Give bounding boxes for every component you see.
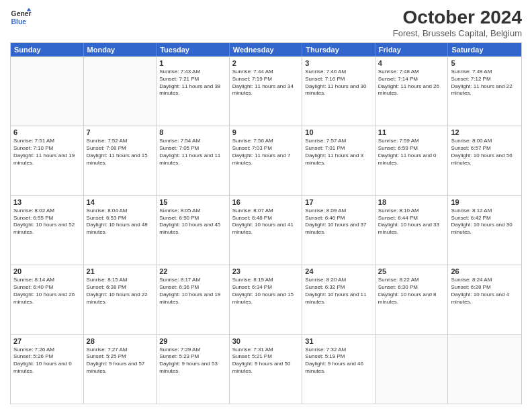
- day-header-monday: Monday: [84, 43, 157, 56]
- cal-cell-26: 26Sunrise: 8:24 AM Sunset: 6:28 PM Dayli…: [448, 265, 521, 334]
- cell-detail: Sunrise: 8:20 AM Sunset: 6:32 PM Dayligh…: [305, 277, 372, 306]
- cal-cell-10: 10Sunrise: 7:57 AM Sunset: 7:01 PM Dayli…: [302, 126, 375, 195]
- cal-cell-28: 28Sunrise: 7:27 AM Sunset: 5:25 PM Dayli…: [84, 335, 157, 404]
- day-number: 12: [451, 128, 519, 136]
- cal-cell-27: 27Sunrise: 7:26 AM Sunset: 5:26 PM Dayli…: [11, 335, 84, 404]
- cal-cell-9: 9Sunrise: 7:56 AM Sunset: 7:03 PM Daylig…: [230, 126, 303, 195]
- logo: General Blue: [10, 7, 32, 28]
- day-number: 25: [378, 267, 445, 275]
- day-number: 26: [451, 267, 519, 275]
- cal-cell-2: 2Sunrise: 7:44 AM Sunset: 7:19 PM Daylig…: [230, 57, 303, 126]
- day-number: 14: [87, 198, 154, 206]
- page: General Blue October 2024 Forest, Brusse…: [0, 0, 532, 411]
- cal-cell-1: 1Sunrise: 7:43 AM Sunset: 7:21 PM Daylig…: [157, 57, 230, 126]
- cal-cell-18: 18Sunrise: 8:10 AM Sunset: 6:44 PM Dayli…: [375, 196, 449, 265]
- day-number: 4: [378, 59, 445, 67]
- day-number: 6: [13, 128, 81, 136]
- cell-detail: Sunrise: 7:57 AM Sunset: 7:01 PM Dayligh…: [305, 138, 372, 167]
- cal-cell-5: 5Sunrise: 7:49 AM Sunset: 7:12 PM Daylig…: [448, 57, 521, 126]
- cell-detail: Sunrise: 8:04 AM Sunset: 6:53 PM Dayligh…: [87, 208, 154, 236]
- cal-cell-16: 16Sunrise: 8:07 AM Sunset: 6:48 PM Dayli…: [230, 196, 303, 265]
- header: General Blue October 2024 Forest, Brusse…: [10, 7, 522, 38]
- cell-detail: Sunrise: 8:02 AM Sunset: 6:55 PM Dayligh…: [13, 208, 81, 236]
- cell-detail: Sunrise: 7:32 AM Sunset: 5:19 PM Dayligh…: [305, 347, 372, 375]
- day-number: 2: [232, 59, 300, 67]
- cell-detail: Sunrise: 7:54 AM Sunset: 7:05 PM Dayligh…: [159, 138, 226, 167]
- cal-cell-19: 19Sunrise: 8:12 AM Sunset: 6:42 PM Dayli…: [448, 196, 521, 265]
- cal-cell-empty: [11, 57, 84, 126]
- cell-detail: Sunrise: 7:56 AM Sunset: 7:03 PM Dayligh…: [232, 138, 300, 167]
- cell-detail: Sunrise: 8:09 AM Sunset: 6:46 PM Dayligh…: [305, 208, 372, 236]
- cell-detail: Sunrise: 8:05 AM Sunset: 6:50 PM Dayligh…: [159, 208, 226, 236]
- day-header-wednesday: Wednesday: [230, 43, 303, 56]
- month-title: October 2024: [393, 7, 522, 28]
- cal-cell-6: 6Sunrise: 7:51 AM Sunset: 7:10 PM Daylig…: [11, 126, 84, 195]
- day-header-saturday: Saturday: [448, 43, 521, 56]
- cal-cell-7: 7Sunrise: 7:52 AM Sunset: 7:08 PM Daylig…: [84, 126, 157, 195]
- cell-detail: Sunrise: 8:19 AM Sunset: 6:34 PM Dayligh…: [232, 277, 300, 306]
- cal-cell-4: 4Sunrise: 7:48 AM Sunset: 7:14 PM Daylig…: [375, 57, 449, 126]
- day-number: 9: [232, 128, 300, 136]
- cell-detail: Sunrise: 7:26 AM Sunset: 5:26 PM Dayligh…: [13, 347, 81, 375]
- cell-detail: Sunrise: 7:43 AM Sunset: 7:21 PM Dayligh…: [159, 68, 226, 97]
- logo-icon: General Blue: [10, 7, 32, 28]
- day-number: 29: [159, 337, 226, 345]
- day-header-sunday: Sunday: [11, 43, 84, 56]
- cell-detail: Sunrise: 7:46 AM Sunset: 7:16 PM Dayligh…: [305, 68, 372, 97]
- day-number: 23: [232, 267, 300, 275]
- title-area: October 2024 Forest, Brussels Capital, B…: [393, 7, 522, 38]
- day-number: 17: [305, 198, 372, 206]
- day-number: 30: [232, 337, 300, 345]
- svg-text:General: General: [11, 10, 32, 17]
- cal-cell-empty: [448, 335, 521, 404]
- day-number: 3: [305, 59, 372, 67]
- day-number: 10: [305, 128, 372, 136]
- cal-cell-20: 20Sunrise: 8:14 AM Sunset: 6:40 PM Dayli…: [11, 265, 84, 334]
- cell-detail: Sunrise: 7:59 AM Sunset: 6:59 PM Dayligh…: [378, 138, 445, 167]
- cal-cell-17: 17Sunrise: 8:09 AM Sunset: 6:46 PM Dayli…: [302, 196, 375, 265]
- cal-cell-empty: [84, 57, 157, 126]
- cell-detail: Sunrise: 7:44 AM Sunset: 7:19 PM Dayligh…: [232, 68, 300, 97]
- day-number: 5: [451, 59, 519, 67]
- cell-detail: Sunrise: 8:22 AM Sunset: 6:30 PM Dayligh…: [378, 277, 445, 306]
- day-number: 31: [305, 337, 372, 345]
- cal-row-0: 1Sunrise: 7:43 AM Sunset: 7:21 PM Daylig…: [11, 56, 521, 126]
- cal-cell-3: 3Sunrise: 7:46 AM Sunset: 7:16 PM Daylig…: [302, 57, 375, 126]
- cal-cell-21: 21Sunrise: 8:15 AM Sunset: 6:38 PM Dayli…: [84, 265, 157, 334]
- cal-row-4: 27Sunrise: 7:26 AM Sunset: 5:26 PM Dayli…: [11, 334, 521, 404]
- day-number: 22: [159, 267, 226, 275]
- cell-detail: Sunrise: 7:52 AM Sunset: 7:08 PM Dayligh…: [87, 138, 154, 167]
- day-header-thursday: Thursday: [302, 43, 375, 56]
- cell-detail: Sunrise: 8:15 AM Sunset: 6:38 PM Dayligh…: [87, 277, 154, 306]
- calendar: SundayMondayTuesdayWednesdayThursdayFrid…: [10, 42, 522, 404]
- cell-detail: Sunrise: 7:29 AM Sunset: 5:23 PM Dayligh…: [159, 347, 226, 375]
- cal-cell-8: 8Sunrise: 7:54 AM Sunset: 7:05 PM Daylig…: [157, 126, 230, 195]
- cal-cell-13: 13Sunrise: 8:02 AM Sunset: 6:55 PM Dayli…: [11, 196, 84, 265]
- cal-cell-14: 14Sunrise: 8:04 AM Sunset: 6:53 PM Dayli…: [84, 196, 157, 265]
- day-number: 13: [13, 198, 81, 206]
- cell-detail: Sunrise: 8:00 AM Sunset: 6:57 PM Dayligh…: [451, 138, 519, 167]
- day-number: 28: [87, 337, 154, 345]
- day-number: 18: [378, 198, 445, 206]
- day-number: 16: [232, 198, 300, 206]
- day-number: 21: [87, 267, 154, 275]
- cal-cell-30: 30Sunrise: 7:31 AM Sunset: 5:21 PM Dayli…: [230, 335, 303, 404]
- cell-detail: Sunrise: 8:12 AM Sunset: 6:42 PM Dayligh…: [451, 208, 519, 236]
- location-subtitle: Forest, Brussels Capital, Belgium: [393, 28, 522, 38]
- svg-marker-2: [27, 8, 31, 11]
- cell-detail: Sunrise: 8:24 AM Sunset: 6:28 PM Dayligh…: [451, 277, 519, 306]
- cell-detail: Sunrise: 7:27 AM Sunset: 5:25 PM Dayligh…: [87, 347, 154, 375]
- cell-detail: Sunrise: 8:14 AM Sunset: 6:40 PM Dayligh…: [13, 277, 81, 306]
- day-number: 27: [13, 337, 81, 345]
- cal-cell-11: 11Sunrise: 7:59 AM Sunset: 6:59 PM Dayli…: [375, 126, 449, 195]
- cal-cell-empty: [375, 335, 449, 404]
- calendar-body: 1Sunrise: 7:43 AM Sunset: 7:21 PM Daylig…: [11, 56, 521, 404]
- day-header-friday: Friday: [375, 43, 449, 56]
- day-number: 20: [13, 267, 81, 275]
- cal-cell-12: 12Sunrise: 8:00 AM Sunset: 6:57 PM Dayli…: [448, 126, 521, 195]
- cal-row-2: 13Sunrise: 8:02 AM Sunset: 6:55 PM Dayli…: [11, 195, 521, 265]
- day-number: 19: [451, 198, 519, 206]
- cal-row-1: 6Sunrise: 7:51 AM Sunset: 7:10 PM Daylig…: [11, 126, 521, 195]
- day-number: 1: [159, 59, 226, 67]
- day-number: 7: [87, 128, 154, 136]
